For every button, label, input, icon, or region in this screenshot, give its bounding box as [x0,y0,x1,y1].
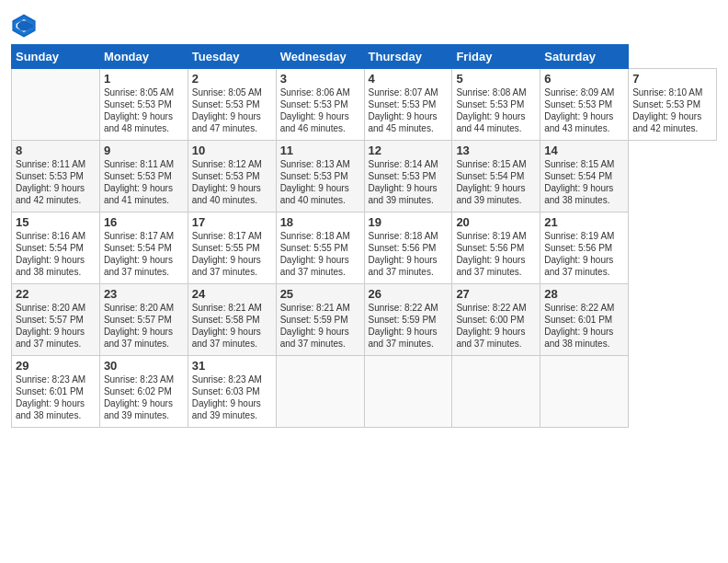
week-row-2: 15Sunrise: 8:16 AM Sunset: 5:54 PM Dayli… [12,213,717,284]
week-row-1: 8Sunrise: 8:11 AM Sunset: 5:53 PM Daylig… [12,141,717,213]
day-number: 12 [369,144,449,157]
day-cell-19: 19Sunrise: 8:18 AM Sunset: 5:56 PM Dayli… [364,213,452,284]
week-row-0: 1Sunrise: 8:05 AM Sunset: 5:53 PM Daylig… [12,69,717,141]
day-cell-21: 21Sunrise: 8:19 AM Sunset: 5:56 PM Dayli… [540,213,629,284]
day-cell-29: 29Sunrise: 8:23 AM Sunset: 6:01 PM Dayli… [12,356,100,428]
day-cell-3: 3Sunrise: 8:06 AM Sunset: 5:53 PM Daylig… [276,69,364,141]
logo [11,13,39,39]
day-number: 11 [280,144,360,157]
cell-content: Sunrise: 8:23 AM Sunset: 6:03 PM Dayligh… [192,373,272,421]
calendar-header-row: SundayMondayTuesdayWednesdayThursdayFrid… [12,45,717,69]
cell-content: Sunrise: 8:23 AM Sunset: 6:01 PM Dayligh… [16,373,96,421]
day-cell-22: 22Sunrise: 8:20 AM Sunset: 5:57 PM Dayli… [12,284,100,356]
cell-content: Sunrise: 8:15 AM Sunset: 5:54 PM Dayligh… [456,158,536,206]
day-number: 21 [544,215,624,229]
cell-content: Sunrise: 8:17 AM Sunset: 5:54 PM Dayligh… [104,230,184,278]
day-cell-4: 4Sunrise: 8:07 AM Sunset: 5:53 PM Daylig… [364,69,452,141]
day-cell-30: 30Sunrise: 8:23 AM Sunset: 6:02 PM Dayli… [99,356,188,428]
cell-content: Sunrise: 8:19 AM Sunset: 5:56 PM Dayligh… [544,230,624,278]
day-cell-23: 23Sunrise: 8:20 AM Sunset: 5:57 PM Dayli… [99,284,188,356]
day-number: 26 [369,287,449,301]
cell-content: Sunrise: 8:10 AM Sunset: 5:53 PM Dayligh… [632,86,712,134]
day-number: 14 [544,144,624,157]
day-cell-1: 1Sunrise: 8:05 AM Sunset: 5:53 PM Daylig… [99,69,188,141]
day-number: 4 [369,72,449,86]
cell-content: Sunrise: 8:20 AM Sunset: 5:57 PM Dayligh… [16,302,96,350]
cell-content: Sunrise: 8:13 AM Sunset: 5:53 PM Dayligh… [280,158,360,206]
cell-content: Sunrise: 8:22 AM Sunset: 5:59 PM Dayligh… [369,302,449,350]
day-number: 19 [369,215,449,229]
col-header-friday: Friday [452,45,540,69]
day-number: 2 [192,72,272,86]
day-cell-25: 25Sunrise: 8:21 AM Sunset: 5:59 PM Dayli… [276,284,364,356]
cell-content: Sunrise: 8:23 AM Sunset: 6:02 PM Dayligh… [104,373,184,421]
day-number: 8 [16,144,96,157]
day-cell-9: 9Sunrise: 8:11 AM Sunset: 5:53 PM Daylig… [99,141,188,213]
day-number: 1 [104,72,184,86]
main-container: SundayMondayTuesdayWednesdayThursdayFrid… [0,0,728,437]
header [11,9,717,39]
cell-content: Sunrise: 8:05 AM Sunset: 5:53 PM Dayligh… [192,86,272,134]
day-number: 16 [104,215,184,229]
empty-cell [540,356,629,428]
day-cell-18: 18Sunrise: 8:18 AM Sunset: 5:55 PM Dayli… [276,213,364,284]
cell-content: Sunrise: 8:11 AM Sunset: 5:53 PM Dayligh… [104,158,184,206]
cell-content: Sunrise: 8:09 AM Sunset: 5:53 PM Dayligh… [544,86,624,134]
day-cell-12: 12Sunrise: 8:14 AM Sunset: 5:53 PM Dayli… [364,141,452,213]
day-cell-6: 6Sunrise: 8:09 AM Sunset: 5:53 PM Daylig… [540,69,629,141]
col-header-tuesday: Tuesday [188,45,276,69]
col-header-sunday: Sunday [12,45,100,69]
day-cell-26: 26Sunrise: 8:22 AM Sunset: 5:59 PM Dayli… [364,284,452,356]
day-number: 30 [104,359,184,373]
cell-content: Sunrise: 8:21 AM Sunset: 5:59 PM Dayligh… [280,302,360,350]
day-number: 3 [280,72,360,86]
cell-content: Sunrise: 8:07 AM Sunset: 5:53 PM Dayligh… [369,86,449,134]
cell-content: Sunrise: 8:15 AM Sunset: 5:54 PM Dayligh… [544,158,624,206]
day-number: 29 [16,359,96,373]
day-cell-5: 5Sunrise: 8:08 AM Sunset: 5:53 PM Daylig… [452,69,540,141]
day-number: 25 [280,287,360,301]
cell-content: Sunrise: 8:21 AM Sunset: 5:58 PM Dayligh… [192,302,272,350]
empty-cell [12,69,100,141]
day-cell-16: 16Sunrise: 8:17 AM Sunset: 5:54 PM Dayli… [99,213,188,284]
cell-content: Sunrise: 8:17 AM Sunset: 5:55 PM Dayligh… [192,230,272,278]
cell-content: Sunrise: 8:20 AM Sunset: 5:57 PM Dayligh… [104,302,184,350]
cell-content: Sunrise: 8:18 AM Sunset: 5:56 PM Dayligh… [369,230,449,278]
day-cell-28: 28Sunrise: 8:22 AM Sunset: 6:01 PM Dayli… [540,284,629,356]
day-cell-27: 27Sunrise: 8:22 AM Sunset: 6:00 PM Dayli… [452,284,540,356]
day-number: 15 [16,215,96,229]
cell-content: Sunrise: 8:22 AM Sunset: 6:01 PM Dayligh… [544,302,624,350]
cell-content: Sunrise: 8:16 AM Sunset: 5:54 PM Dayligh… [16,230,96,278]
day-cell-8: 8Sunrise: 8:11 AM Sunset: 5:53 PM Daylig… [12,141,100,213]
cell-content: Sunrise: 8:08 AM Sunset: 5:53 PM Dayligh… [456,86,536,134]
day-number: 17 [192,215,272,229]
cell-content: Sunrise: 8:06 AM Sunset: 5:53 PM Dayligh… [280,86,360,134]
day-number: 23 [104,287,184,301]
empty-cell [452,356,540,428]
day-number: 10 [192,144,272,157]
day-number: 6 [544,72,624,86]
day-number: 9 [104,144,184,157]
day-cell-11: 11Sunrise: 8:13 AM Sunset: 5:53 PM Dayli… [276,141,364,213]
calendar-table: SundayMondayTuesdayWednesdayThursdayFrid… [11,44,717,428]
day-number: 22 [16,287,96,301]
cell-content: Sunrise: 8:05 AM Sunset: 5:53 PM Dayligh… [104,86,184,134]
day-number: 31 [192,359,272,373]
cell-content: Sunrise: 8:11 AM Sunset: 5:53 PM Dayligh… [16,158,96,206]
cell-content: Sunrise: 8:19 AM Sunset: 5:56 PM Dayligh… [456,230,536,278]
col-header-saturday: Saturday [540,45,629,69]
day-number: 18 [280,215,360,229]
day-cell-31: 31Sunrise: 8:23 AM Sunset: 6:03 PM Dayli… [188,356,276,428]
cell-content: Sunrise: 8:18 AM Sunset: 5:55 PM Dayligh… [280,230,360,278]
day-cell-24: 24Sunrise: 8:21 AM Sunset: 5:58 PM Dayli… [188,284,276,356]
week-row-3: 22Sunrise: 8:20 AM Sunset: 5:57 PM Dayli… [12,284,717,356]
week-row-4: 29Sunrise: 8:23 AM Sunset: 6:01 PM Dayli… [12,356,717,428]
col-header-wednesday: Wednesday [276,45,364,69]
empty-cell [276,356,364,428]
day-cell-10: 10Sunrise: 8:12 AM Sunset: 5:53 PM Dayli… [188,141,276,213]
day-cell-20: 20Sunrise: 8:19 AM Sunset: 5:56 PM Dayli… [452,213,540,284]
cell-content: Sunrise: 8:14 AM Sunset: 5:53 PM Dayligh… [369,158,449,206]
cell-content: Sunrise: 8:12 AM Sunset: 5:53 PM Dayligh… [192,158,272,206]
day-cell-17: 17Sunrise: 8:17 AM Sunset: 5:55 PM Dayli… [188,213,276,284]
day-cell-13: 13Sunrise: 8:15 AM Sunset: 5:54 PM Dayli… [452,141,540,213]
